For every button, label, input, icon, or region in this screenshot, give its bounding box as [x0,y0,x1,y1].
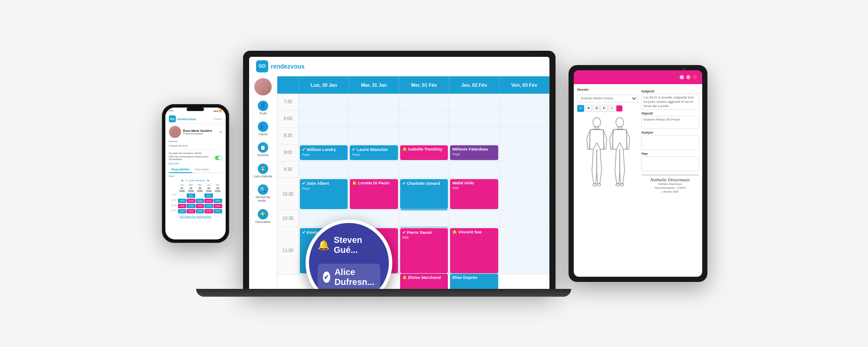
phone-view-all-link[interactable]: Voir toutes les disponibilités [169,215,222,218]
sidebar-item-facturation[interactable]: 💵 Facturation [249,206,277,226]
cal-cell-tue-730[interactable] [349,94,399,110]
event-eloise-marchand[interactable]: 🔔 Éloïse Marchand [400,274,448,289]
phone-next-week[interactable]: ▶ [207,179,210,182]
cal-cell-fri-730[interactable] [500,94,549,110]
phone-tab-disponibilites[interactable]: Disponibilités [169,167,193,173]
cal-cell-thu-730[interactable] [449,94,499,110]
cal-cell-wed-830[interactable] [399,128,449,144]
sidebar-label-recherche: Recherche rende... [251,196,275,203]
cal-cell-thu-1030[interactable] [449,210,499,227]
sidebar-item-attente[interactable]: ⏳ Liste d'attente [249,161,277,181]
event-julie-albert[interactable]: ✔ Julie Albert Payé [300,179,348,209]
tablet-subjectif-label: Subjectif [641,90,699,93]
cal-header-tue: Mar, 31 Jan [349,76,399,94]
cal-cell-tue-830[interactable] [349,128,399,144]
cal-cell-fri-1000[interactable] [500,178,549,210]
tablet-tool-undo[interactable]: ↺ [593,105,600,112]
sidebar-label-facturation: Facturation [255,220,270,224]
cal-cell-thu-900[interactable]: Mélanie Falardeau Payé [449,144,499,161]
event-melanie-falardeau[interactable]: Mélanie Falardeau Payé [450,145,498,160]
event-loretta-di-paolo[interactable]: 🔔 Loretta Di Paolo [350,179,398,209]
phone-tab-information[interactable]: Information [192,167,212,172]
phone-logo: GO rendezvous [169,115,196,122]
tablet-tool-redo[interactable]: ↻ [601,105,608,112]
phone-time-slots-row3: 14:00 14:00 14:00 14:00 14:00 14:00 [169,204,222,208]
tablet-objectif-field[interactable]: Examen Flexion 4/5 Pouce [641,116,699,129]
cal-cell-mon-800[interactable] [299,111,349,127]
event-william-landry[interactable]: ✔ William Landry Payé [300,145,348,160]
sidebar-item-clients[interactable]: 👥 Clients [249,119,277,139]
tablet-body-content: Dessin Examen Adulte Contour ✏ ✒ ↺ ↻ □ [574,84,702,277]
phone-cal-day-4: Jeu [204,183,213,186]
sidebar-item-recherche[interactable]: 🔍 Recherche rende... [249,182,277,206]
svg-point-0 [593,118,601,127]
event-pierre-sauve[interactable]: ✔ Pierre Sauvé R$$ [400,228,448,273]
magnifier-steven-name: Steven Gué... [334,235,380,255]
phone-prev-week[interactable]: ◀ [181,179,183,182]
cal-cell-tue-900[interactable]: ✔ Laurie Blanchet Payé [349,144,399,161]
phone-logo-box: GO [169,115,176,122]
tablet-analyse-field[interactable] [641,135,699,150]
cal-cell-thu-1100[interactable]: 🔔 Vincent Sue Élise Duprés Louis Lozito [449,227,499,274]
cal-cell-wed-1000[interactable]: ✔ Charlotte Simard ✔ Philippe Daoust [399,178,449,210]
tablet-plan-field[interactable] [641,156,699,171]
sidebar-label-profil: Profil [260,112,266,115]
cal-cell-fri-1030[interactable] [500,210,549,227]
cal-row-800: 8:00 [277,111,549,128]
cal-cell-fri-1100[interactable] [500,227,549,274]
cal-cell-tue-800[interactable] [349,111,399,127]
event-walid-akiki[interactable]: Walid Akiki R$$ [450,179,498,209]
phone-device: 9:41 ●●● 📶 GO rendezvous English [161,104,230,243]
cal-cell-mon-930[interactable] [299,161,349,178]
cal-cell-tue-930[interactable] [349,161,399,178]
event-vincent-sue[interactable]: 🔔 Vincent Sue [450,228,498,273]
event-name: Éloïse Marchand [408,275,441,280]
phone-date-2: 22Août [187,187,195,192]
cal-cell-mon-730[interactable] [299,94,349,110]
tablet-subjectif-field[interactable]: Lun 30-01 à nouvelle, soignante avec les… [641,94,699,110]
check-icon: ✔ [402,230,406,235]
cal-cell-thu-1000[interactable]: Walid Akiki R$$ [449,178,499,210]
event-elise-dupres[interactable]: Élise Duprés [450,274,498,289]
cal-cell-thu-930[interactable] [449,161,499,178]
magnifier-item-alice: ✔ Alice Dufresn... [318,264,380,289]
cal-cell-thu-800[interactable] [449,111,499,127]
facturation-icon: 💵 [258,209,268,219]
event-status: Payé [452,152,460,156]
sidebar-item-dossiers[interactable]: 📋 Dossiers [249,140,277,160]
tablet-tool-rect[interactable]: □ [608,105,615,112]
cal-cell-mon-900[interactable]: ✔ William Landry Payé [299,144,349,161]
cal-cell-fri-830[interactable] [500,128,549,144]
cal-cell-wed-1100[interactable]: ✔ Pierre Sauvé R$$ 🔔 Éloïse Marchand [399,227,449,274]
cal-cell-mon-830[interactable] [299,128,349,144]
tablet-drawing-tools: ✏ ✒ ↺ ↻ □ [577,105,638,112]
cal-cell-thu-830[interactable] [449,128,499,144]
cal-cell-wed-930[interactable] [399,161,449,178]
tablet-tool-pen[interactable]: ✒ [585,105,592,112]
cal-cell-fri-800[interactable] [500,111,549,127]
cal-cell-wed-730[interactable] [399,94,449,110]
app-header: GO rendezvous [249,57,549,76]
phone-edit-icon[interactable]: ✏ [219,130,222,134]
cal-cell-wed-800[interactable] [399,111,449,127]
tablet-body-select[interactable]: Examen Adulte Contour [577,95,638,102]
event-charlotte-simard[interactable]: ✔ Charlotte Simard [400,179,448,209]
cal-cell-wed-1030[interactable] [399,210,449,227]
tablet-tool-pencil[interactable]: ✏ [577,105,584,112]
event-name: Vincent Sue [458,229,482,234]
tablet-signature-area: Nathalie Desormaux Nathalie Desormaux Ph… [641,175,699,194]
cal-cell-tue-1000[interactable]: 🔔 Loretta Di Paolo [349,178,399,210]
tablet-signature-cursive: Nathalie Desormaux [641,177,699,182]
cal-cell-fri-930[interactable] [500,161,549,178]
sidebar-item-profil[interactable]: 👤 Profil [249,98,277,118]
recherche-icon: 🔍 [258,184,268,195]
cal-cell-wed-900[interactable]: 🔔 Isabelle Tremblay [399,144,449,161]
phone-insurance-toggle[interactable] [215,156,222,160]
event-isabelle-tremblay[interactable]: 🔔 Isabelle Tremblay [400,145,448,160]
cal-row-1030: 10:30 [277,210,549,227]
tablet-color-picker[interactable] [616,105,622,111]
event-laurie-blanchet[interactable]: ✔ Laurie Blanchet Payé [350,145,398,160]
event-name: Pierre Sauvé [407,230,432,235]
cal-cell-fri-900[interactable] [500,144,549,161]
cal-cell-mon-1000[interactable]: ✔ Julie Albert Payé [299,178,349,210]
